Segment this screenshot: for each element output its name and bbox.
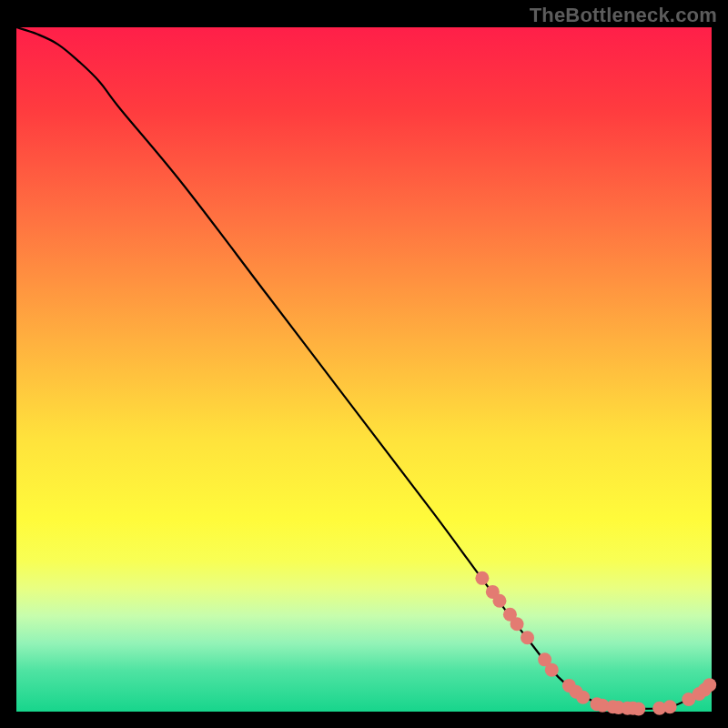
chart-svg [0, 0, 728, 728]
marker-dot [475, 571, 489, 585]
marker-dot [663, 700, 677, 713]
marker-dot [521, 631, 534, 644]
marker-dot [545, 663, 559, 677]
marker-dot [511, 617, 524, 631]
marker-dot [703, 678, 716, 692]
plot-background [16, 27, 712, 712]
marker-dot [576, 691, 590, 704]
chart-container: TheBottleneck.com [0, 0, 728, 728]
marker-dot [492, 594, 506, 608]
marker-dot [632, 702, 645, 715]
watermark-text: TheBottleneck.com [530, 4, 717, 27]
